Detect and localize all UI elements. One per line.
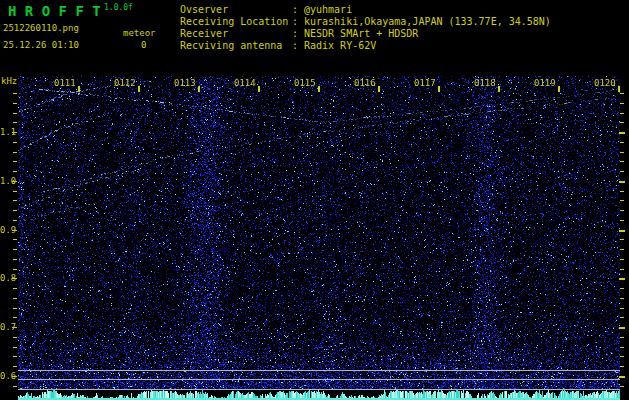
freq-tick-right	[620, 259, 624, 260]
freq-tick-left	[13, 356, 17, 357]
freq-tick-right	[620, 239, 624, 240]
freq-tick-right	[620, 347, 624, 348]
freq-tick-left	[13, 386, 17, 387]
freq-tick-left	[13, 152, 17, 153]
time-tick	[378, 86, 380, 92]
freq-tick-right	[620, 152, 624, 153]
freq-tick-right	[620, 191, 624, 192]
time-tick	[78, 86, 80, 92]
hrofft-screen: H R O F F T 1.0.0f 2512260110.png meteor…	[0, 0, 629, 400]
freq-tick-right	[619, 278, 625, 280]
time-tick	[438, 86, 440, 92]
freq-tick-left	[13, 269, 17, 270]
freq-tick-right	[620, 210, 624, 211]
time-tick	[318, 86, 320, 92]
freq-tick-right	[620, 317, 624, 318]
freq-tick-right	[620, 366, 624, 367]
time-tick	[558, 86, 560, 92]
freq-tick-right	[620, 308, 624, 309]
freq-tick-right	[620, 103, 624, 104]
time-tick	[258, 86, 260, 92]
freq-tick-right	[620, 200, 624, 201]
time-tick	[618, 86, 620, 92]
time-label: 0116	[354, 79, 378, 88]
time-label: 0113	[174, 79, 198, 88]
time-label: 0114	[234, 79, 258, 88]
axes-layer: 0111011201130114011501160117011801190120…	[0, 0, 629, 400]
freq-tick-right	[620, 337, 624, 338]
freq-tick-left	[13, 317, 17, 318]
freq-tick-left	[13, 210, 17, 211]
freq-label: 0.9	[0, 226, 13, 235]
freq-tick-left	[13, 122, 17, 123]
reference-line	[18, 379, 620, 380]
reference-line	[18, 389, 620, 390]
freq-tick-left	[13, 220, 17, 221]
freq-tick-right	[620, 220, 624, 221]
time-label: 0117	[414, 79, 438, 88]
freq-tick-left	[13, 366, 17, 367]
freq-tick-right	[619, 327, 625, 329]
freq-tick-right	[620, 161, 624, 162]
reference-line	[18, 370, 620, 371]
freq-tick-right	[620, 142, 624, 143]
freq-tick-right	[619, 132, 625, 134]
freq-tick-left	[13, 347, 17, 348]
freq-label: 0.7	[0, 323, 13, 332]
time-label: 0112	[114, 79, 138, 88]
freq-tick-right	[620, 288, 624, 289]
freq-tick-left	[13, 288, 17, 289]
freq-label: 1.1	[0, 128, 13, 137]
time-label: 0115	[294, 79, 318, 88]
freq-tick-right	[620, 171, 624, 172]
freq-tick-left	[13, 308, 17, 309]
time-label: 0118	[474, 79, 498, 88]
freq-tick-left	[13, 113, 17, 114]
freq-tick-right	[619, 181, 625, 183]
time-label: 0119	[534, 79, 558, 88]
freq-tick-left	[13, 93, 17, 94]
freq-tick-right	[620, 113, 624, 114]
freq-tick-left	[13, 191, 17, 192]
freq-tick-left	[13, 259, 17, 260]
freq-label: 0.6	[0, 372, 13, 381]
freq-tick-right	[620, 122, 624, 123]
freq-tick-left	[13, 103, 17, 104]
freq-tick-left	[13, 171, 17, 172]
time-tick	[138, 86, 140, 92]
freq-label: 1.0	[0, 177, 13, 186]
freq-tick-left	[13, 200, 17, 201]
freq-tick-left	[13, 249, 17, 250]
time-tick	[198, 86, 200, 92]
freq-tick-left	[13, 298, 17, 299]
time-label: 0111	[54, 79, 78, 88]
freq-tick-right	[620, 356, 624, 357]
freq-label: 0.8	[0, 274, 13, 283]
freq-tick-right	[620, 298, 624, 299]
freq-tick-right	[620, 249, 624, 250]
freq-tick-right	[619, 230, 625, 232]
freq-tick-left	[13, 142, 17, 143]
freq-tick-right	[620, 269, 624, 270]
time-label: 0120	[594, 79, 618, 88]
freq-tick-right	[620, 386, 624, 387]
freq-tick-right	[619, 376, 625, 378]
freq-tick-left	[13, 337, 17, 338]
time-tick	[498, 86, 500, 92]
freq-tick-left	[13, 161, 17, 162]
freq-tick-left	[13, 239, 17, 240]
freq-tick-right	[620, 93, 624, 94]
